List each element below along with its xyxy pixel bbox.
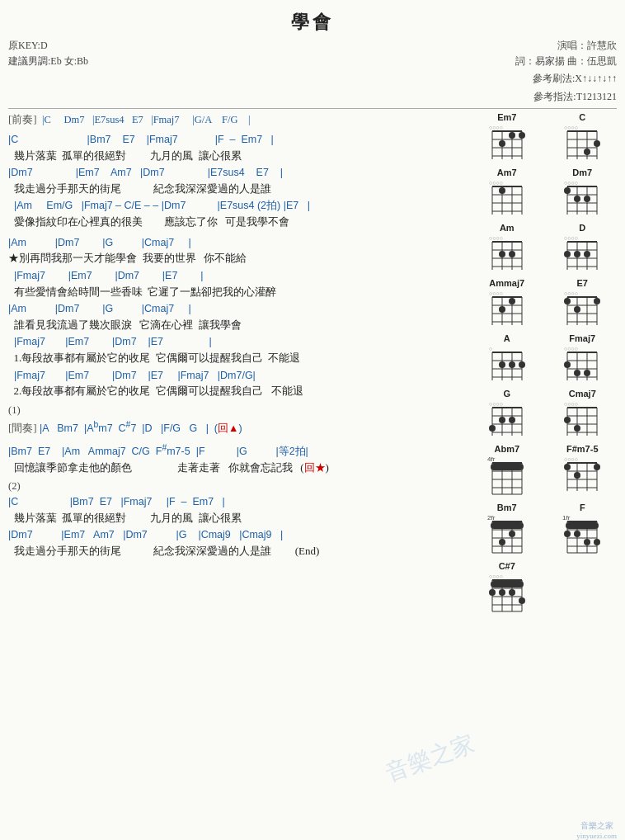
svg-rect-148 — [491, 464, 524, 470]
part2-block: (2) |C |Bm7 E7 |Fmaj7 |F – Em7 | 幾片落葉 孤單… — [8, 480, 466, 559]
svg-text:○○○○: ○○○○ — [489, 573, 503, 580]
chord-em7: Em7 ○○○○ — [472, 112, 542, 161]
fsharp-svg: ○○○○ — [561, 455, 604, 493]
chord-cmaj7: Cmaj7 ○○○○ — [548, 389, 618, 437]
svg-text:4fr: 4fr — [487, 455, 496, 463]
lyric-line-3: 愛像指紋印在心裡真的很美 應該忘了你 可是我學不會 — [8, 214, 466, 230]
svg-point-66 — [574, 251, 580, 257]
page: 學會 原KEY:D 建議男調:Eb 女:Bb 演唱：許慧欣 詞：易家揚 曲：伍思… — [0, 0, 625, 840]
chord-line-2: |Dm7 |Em7 Am7 |Dm7 |E7sus4 E7 | — [8, 165, 466, 181]
chord-d: D ○○○○ — [548, 223, 618, 271]
chord-line-11: |Dm7 |Em7 Am7 |Dm7 |G |Cmaj9 |Cmaj9 | — [8, 527, 466, 543]
chord-line-9: |Bm7 E7 |Am Ammaj7 C/G F#m7-5 |F |G |等2拍… — [8, 441, 466, 460]
cmaj7-svg: ○○○○ — [561, 399, 604, 437]
svg-point-136 — [564, 417, 571, 423]
suggest-text: 建議男調:Eb 女:Bb — [8, 54, 88, 69]
svg-text:2fr: 2fr — [487, 514, 496, 521]
lyric-line-6: 誰看見我流過了幾次眼淚 它滴在心裡 讓我學會 — [8, 317, 466, 333]
svg-point-88 — [564, 298, 571, 304]
key-text: 原KEY:D — [8, 38, 88, 54]
svg-text:○○○○: ○○○○ — [489, 180, 503, 186]
meta-left: 原KEY:D 建議男調:Eb 女:Bb — [8, 38, 88, 69]
svg-rect-184 — [566, 522, 599, 529]
svg-text:○○○○: ○○○○ — [564, 235, 578, 242]
svg-point-114 — [584, 370, 590, 376]
song-title: 學會 — [8, 10, 617, 35]
svg-point-54 — [499, 251, 505, 257]
chord-line-10: |C |Bm7 E7 |Fmaj7 |F – Em7 | — [8, 494, 466, 510]
chord-fsharp-m7-5: F#m7-5 ○○○○ — [548, 444, 618, 496]
chord-line-8: |Fmaj7 |Em7 |Dm7 |E7 |Fmaj7 |Dm7/G| — [8, 368, 466, 384]
chord-fmaj7: Fmaj7 ○○○○ — [548, 333, 618, 382]
svg-point-137 — [574, 425, 580, 432]
svg-point-32 — [499, 187, 505, 194]
svg-point-200 — [489, 589, 496, 596]
interlude-chords: |A Bm7 |Abm7 C#7 |D |F/G G | (回▲) — [40, 422, 242, 434]
intro-block: [前奏] |C Dm7 |E7sus4 E7 |Fmaj7 |G/A F/G | — [8, 112, 466, 127]
csharp7-svg: ○○○○ — [486, 572, 529, 613]
svg-point-158 — [564, 464, 571, 470]
chord-am: Am ○○○○ — [472, 223, 542, 271]
svg-point-160 — [594, 464, 600, 470]
chord-a: A ○ — [472, 333, 542, 382]
lyricist-text: 詞：易家揚 曲：伍思凱 — [515, 54, 617, 69]
chord-diagrams-grid: Em7 ○○○○ — [472, 112, 617, 616]
em7-svg: ○○○○ — [486, 123, 529, 161]
svg-rect-171 — [491, 522, 524, 529]
chord-abm7: Abm7 4fr — [472, 444, 542, 496]
chorus-block: |Am |Dm7 |G |Cmaj7 | ★別再問我那一天才能學會 我要的世界 … — [8, 235, 466, 399]
e7-svg: ○○○○ — [561, 289, 604, 327]
f-svg: 1fr — [561, 513, 604, 554]
lyric-line-7: 1.每段故事都有屬於它的收尾 它偶爾可以提醒我自己 不能退 — [8, 350, 466, 366]
chord-f: F 1fr — [548, 503, 618, 554]
svg-point-11 — [519, 132, 525, 139]
svg-point-90 — [594, 298, 600, 304]
svg-point-55 — [509, 251, 515, 257]
svg-point-187 — [594, 539, 600, 545]
svg-point-112 — [564, 361, 571, 368]
svg-point-77 — [499, 306, 505, 313]
chord-line-3: |Am Em/G |Fmaj7 – C/E – – |Dm7 |E7sus4 (… — [8, 198, 466, 214]
main-content: [前奏] |C Dm7 |E7sus4 E7 |Fmaj7 |G/A F/G |… — [8, 112, 617, 616]
chord-line-7: |Fmaj7 |Em7 |Dm7 |E7 | — [8, 334, 466, 350]
a-svg: ○ — [486, 344, 529, 382]
svg-text:○○○○: ○○○○ — [489, 401, 503, 408]
svg-point-44 — [584, 196, 590, 202]
svg-point-172 — [499, 539, 505, 545]
lyric-line-4: ★別再問我那一天才能學會 我要的世界 你不能給 — [8, 250, 466, 267]
svg-point-113 — [574, 370, 580, 376]
svg-point-10 — [509, 132, 515, 139]
svg-point-201 — [499, 589, 505, 596]
svg-text:○: ○ — [489, 346, 492, 352]
chord-g: G ○○○○ — [472, 389, 542, 437]
chord-line-6: |Am |Dm7 |G |Cmaj7 | — [8, 301, 466, 317]
svg-point-125 — [499, 417, 505, 423]
svg-point-67 — [584, 251, 590, 257]
svg-point-185 — [574, 531, 580, 537]
lyric-line-10: 幾片落葉 孤單的很絕對 九月的風 讓心很累 — [8, 510, 466, 526]
lyric-line-8: 2.每段故事都有屬於它的收尾 它偶爾可以提醒我自己 不能退 — [8, 383, 466, 399]
lyric-line-2: 我走過分手那天的街尾 紀念我深深愛過的人是誰 — [8, 181, 466, 197]
svg-point-203 — [519, 597, 525, 604]
part1-label: (1) — [8, 404, 466, 417]
intro-label: [前奏] — [8, 113, 37, 125]
meta-section: 原KEY:D 建議男調:Eb 女:Bb 演唱：許慧欣 詞：易家揚 曲：伍思凱 參… — [8, 38, 617, 105]
svg-point-22 — [584, 149, 590, 155]
svg-point-9 — [499, 140, 505, 147]
chord-line-5: |Fmaj7 |Em7 |Dm7 |E7 | — [8, 268, 466, 284]
am-svg: ○○○○ — [486, 234, 529, 271]
intro-chords: |C Dm7 |E7sus4 E7 |Fmaj7 |G/A F/G | — [40, 114, 251, 125]
svg-text:○○○○: ○○○○ — [489, 290, 503, 297]
c-svg: ○○○○ — [561, 123, 604, 161]
d-svg: ○○○○ — [561, 234, 604, 271]
svg-point-43 — [574, 196, 580, 202]
fmaj7-svg: ○○○○ — [561, 344, 604, 382]
svg-text:○○○○: ○○○○ — [564, 125, 578, 131]
bridge-block: |Bm7 E7 |Am Ammaj7 C/G F#m7-5 |F |G |等2拍… — [8, 441, 466, 475]
ammaj7-svg: ○○○○ — [486, 289, 529, 327]
strum-text: 參考刷法:X↑↓↓↑↓↑↑ — [515, 71, 617, 87]
svg-text:○○○○: ○○○○ — [564, 346, 578, 352]
svg-point-21 — [594, 140, 600, 147]
watermark-url: 音樂之家 yinyuezi.com — [576, 820, 617, 840]
svg-point-126 — [509, 417, 515, 423]
